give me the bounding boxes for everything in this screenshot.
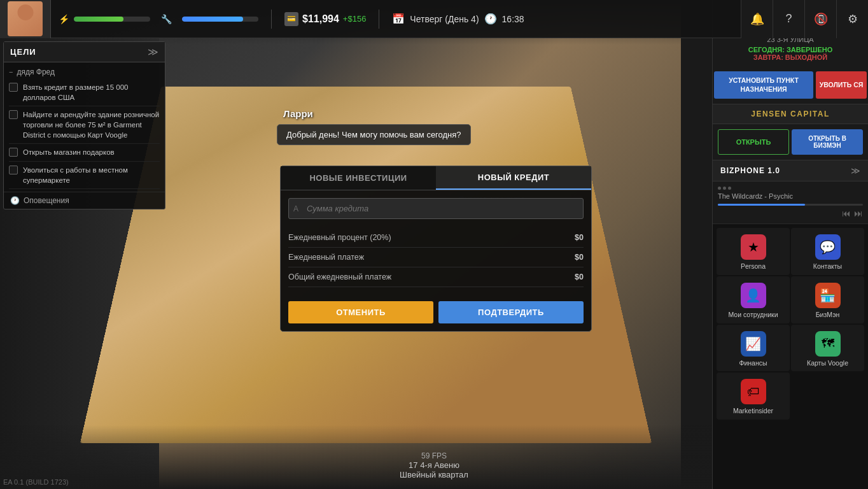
contacts-label: Контакты xyxy=(813,262,842,271)
loan-dialog: НОВЫЕ ИНВЕСТИЦИИ НОВЫЙ КРЕДИТ A Ежедневн… xyxy=(280,166,592,332)
health-bar-container: ⚡ xyxy=(57,13,150,25)
loan-input-wrapper: A xyxy=(288,198,584,219)
bizphone-collapse-icon[interactable]: ≫ xyxy=(851,166,860,176)
app-employees[interactable]: 👤 Мои сотрудники xyxy=(717,276,790,323)
goals-collapse-icon[interactable]: ≫ xyxy=(148,46,158,58)
employees-icon: 👤 xyxy=(741,283,766,308)
marketinsider-icon: 🏷 xyxy=(741,379,766,404)
tab-new-loan[interactable]: НОВЫЙ КРЕДИТ xyxy=(436,166,591,190)
bizphone-header: BIZPHONE 1.0 ≫ xyxy=(713,160,868,181)
npc-name: Ларри xyxy=(283,108,313,119)
cancel-button[interactable]: ОТМЕНИТЬ xyxy=(288,301,433,323)
jensen-open-button[interactable]: ОТКРЫТЬ xyxy=(718,129,789,155)
app-finance[interactable]: 📈 Финансы xyxy=(717,325,790,372)
app-marketinsider[interactable]: 🏷 Marketinsider xyxy=(717,372,790,420)
no-signal-button[interactable]: 📵 xyxy=(804,0,836,38)
contacts-icon: 💬 xyxy=(815,234,841,260)
app-grid: ★ Persona 💬 Контакты 👤 Мои сотрудники 🏪 … xyxy=(713,224,868,423)
npc-greeting: Добрый день! Чем могу помочь вам сегодня… xyxy=(286,130,461,139)
music-progress-fill xyxy=(718,204,805,206)
notification-button[interactable]: 🔔 xyxy=(741,0,773,38)
persona-icon: ★ xyxy=(741,234,766,260)
goals-title: ЦЕЛИ xyxy=(10,47,36,57)
bizphone-title: BIZPHONE 1.0 xyxy=(720,166,780,175)
app-persona[interactable]: ★ Persona xyxy=(717,228,790,275)
top-hud: ⚡ 🔧 💳 $11,994 +$156 📅 Четверг (День 4) 🕐 xyxy=(0,0,868,38)
hud-stats: ⚡ 🔧 💳 $11,994 +$156 📅 Четверг (День 4) 🕐 xyxy=(51,10,741,29)
settings-button[interactable]: ⚙ xyxy=(836,0,868,38)
loan-buttons: ОТМЕНИТЬ ПОДТВЕРДИТЬ xyxy=(281,295,591,331)
dot-3 xyxy=(728,187,731,190)
app-bizman[interactable]: 🏪 БизМэн xyxy=(791,276,864,323)
loan-amount-input[interactable] xyxy=(288,198,584,219)
energy-bar-container xyxy=(182,17,258,22)
datetime-display: 📅 Четверг (День 4) 🕐 16:38 xyxy=(392,13,524,25)
loan-content: A Ежедневный процент (20%) $0 Ежедневный… xyxy=(281,190,591,295)
goal-section-header: − дядя Фред xyxy=(9,65,160,79)
dot-2 xyxy=(723,187,726,190)
tab-new-investment[interactable]: НОВЫЕ ИНВЕСТИЦИИ xyxy=(281,166,436,190)
wall-bottom xyxy=(0,425,713,489)
music-next-button[interactable]: ⏭ xyxy=(854,208,863,218)
calendar-icon: 📅 xyxy=(392,13,405,25)
health-fill xyxy=(74,17,123,22)
money-icon: 💳 xyxy=(284,12,298,26)
music-dots xyxy=(718,187,863,190)
voogle-maps-label: Карты Voogle xyxy=(807,359,848,368)
goal-checkbox-3[interactable] xyxy=(9,166,18,174)
location-line1: 17 4-я Авеню xyxy=(400,460,468,470)
npc-name-text: Ларри xyxy=(283,108,313,119)
loan-input-icon: A xyxy=(293,204,298,213)
music-prev-button[interactable]: ⏮ xyxy=(842,208,851,218)
set-destination-button[interactable]: УСТАНОВИТЬ ПУНКТ НАЗНАЧЕНИЯ xyxy=(714,71,813,99)
jensen-open-bizman-button[interactable]: ОТКРЫТЬ В БИЗМЭН xyxy=(792,129,863,155)
bottom-info: 59 FPS 17 4-я Авеню Швейный квартал xyxy=(400,451,468,479)
goal-checkbox-0[interactable] xyxy=(9,83,18,92)
goal-text-2: Открыть магазин подарков xyxy=(23,147,115,157)
music-controls: ⏮ ⏭ xyxy=(718,208,863,218)
total-daily-label: Общий ежедневный платеж xyxy=(288,273,391,281)
app-voogle-maps[interactable]: 🗺 Карты Voogle xyxy=(791,325,864,372)
money-amount: $11,994 xyxy=(302,13,339,25)
divider-2 xyxy=(379,10,379,29)
loan-row-total-daily: Общий ежедневный платеж $0 xyxy=(288,267,584,287)
wall-right xyxy=(681,0,713,489)
jensen-title: JENSEN CAPITAL xyxy=(713,104,868,124)
goals-notifications: 🕐 Оповещения xyxy=(4,192,165,209)
time-display: 16:38 xyxy=(502,14,524,24)
tools-icon: 🔧 xyxy=(160,13,172,25)
fps-info: 59 FPS xyxy=(400,451,468,460)
store-today-status: СЕГОДНЯ: ЗАВЕРШЕНО xyxy=(719,46,862,53)
confirm-button[interactable]: ПОДТВЕРДИТЬ xyxy=(438,301,584,323)
bizman-label: БизМэн xyxy=(816,311,840,320)
goal-text-3: Уволиться с работы в местном супермаркет… xyxy=(23,165,160,185)
goal-checkbox-1[interactable] xyxy=(9,110,18,119)
energy-bar xyxy=(182,17,258,22)
loan-row-daily-percent: Ежедневный процент (20%) $0 xyxy=(288,228,584,248)
daily-percent-label: Ежедневный процент (20%) xyxy=(288,233,391,242)
goal-item-1: Найдите и арендуйте здание розничной тор… xyxy=(9,106,160,144)
right-panel: КАССИР EL GATO FOOD MARKET 23 3-Я УЛИЦА … xyxy=(712,0,868,489)
location-line2: Швейный квартал xyxy=(400,470,468,479)
health-bar xyxy=(74,17,150,22)
dot-1 xyxy=(718,187,721,190)
store-tomorrow-status: ЗАВТРА: ВЫХОДНОЙ xyxy=(719,53,862,61)
help-button[interactable]: ? xyxy=(773,0,804,38)
finance-icon: 📈 xyxy=(741,331,766,357)
goal-checkbox-2[interactable] xyxy=(9,148,18,157)
bizman-icon: 🏪 xyxy=(815,283,841,308)
goal-item-3: Уволиться с работы в местном супермаркет… xyxy=(9,162,160,189)
fire-button[interactable]: УВОЛИТЬ СЯ xyxy=(816,71,867,99)
goal-text-1: Найдите и арендуйте здание розничной тор… xyxy=(23,110,160,140)
goal-item-2: Открыть магазин подарков xyxy=(9,144,160,161)
music-player: The Wildcardz - Psychic ⏮ ⏭ xyxy=(713,181,868,224)
clock-icon: 🕐 xyxy=(484,13,497,25)
version-info: EA 0.1 (BUILD 1723) xyxy=(3,478,69,486)
dialog-bubble: Добрый день! Чем могу помочь вам сегодня… xyxy=(277,124,471,145)
daily-payment-label: Ежедневный платеж xyxy=(288,253,364,262)
persona-label: Persona xyxy=(741,262,766,271)
daily-payment-value: $0 xyxy=(575,253,584,262)
app-contacts[interactable]: 💬 Контакты xyxy=(791,228,864,275)
goal-section-uncle: − дядя Фред Взять кредит в размере 15 00… xyxy=(4,62,165,192)
loan-tabs: НОВЫЕ ИНВЕСТИЦИИ НОВЫЙ КРЕДИТ xyxy=(281,166,591,190)
